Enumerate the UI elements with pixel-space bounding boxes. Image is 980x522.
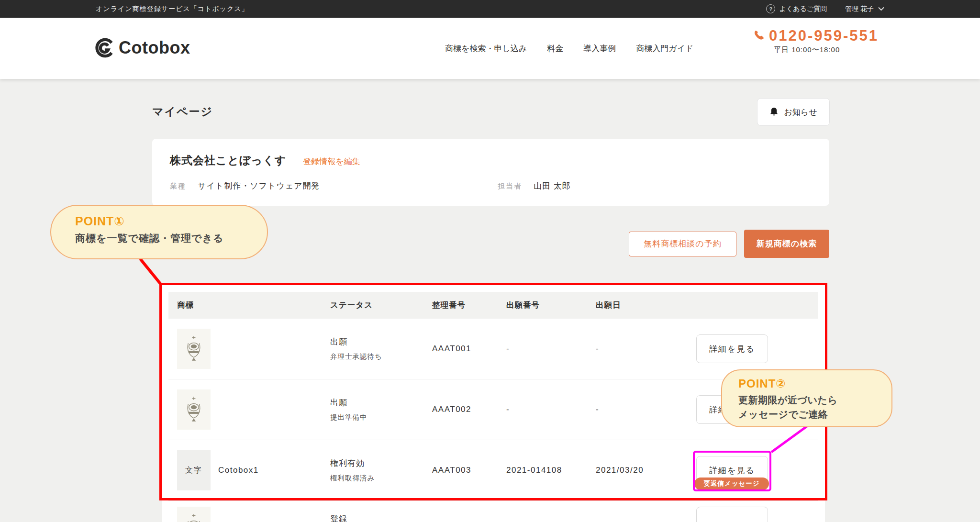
nav-item-beginner-guide[interactable]: 商標入門ガイド xyxy=(636,43,693,54)
point2-body-line2: メッセージでご連絡 xyxy=(738,407,891,422)
sub-status-text: 弁理士承認待ち xyxy=(330,352,432,361)
new-trademark-search-button[interactable]: 新規商標の検索 xyxy=(744,230,829,258)
point2-title: POINT② xyxy=(738,377,891,390)
company-card: 株式会社ことぼっくす 登録情報を編集 業種 サイト制作・ソフトウェア開発 担当者… xyxy=(152,139,829,206)
faq-link[interactable]: ? よくあるご質問 xyxy=(766,4,827,13)
status-text: 出願 xyxy=(330,336,432,347)
trademark-crest-icon xyxy=(182,334,205,364)
detail-button[interactable] xyxy=(696,507,768,522)
app-date: 2021/03/20 xyxy=(596,466,683,475)
user-menu-label: 管理 花子 xyxy=(845,5,874,13)
app-date: - xyxy=(596,405,683,414)
page-title: マイページ xyxy=(152,104,213,119)
mark-name: Cotobox1 xyxy=(218,466,259,475)
notice-button-label: お知らせ xyxy=(784,107,817,118)
app-no: - xyxy=(506,344,596,354)
table-row: 出願 弁理士承認待ち AAAT001 - - 詳細を見る xyxy=(168,319,818,379)
nav-item-case-studies[interactable]: 導入事例 xyxy=(583,43,616,54)
faq-label: よくあるご質問 xyxy=(779,5,827,13)
user-menu[interactable]: 管理 花子 xyxy=(845,5,884,13)
trademark-image xyxy=(177,507,211,522)
col-header-app-date: 出願日 xyxy=(596,300,683,311)
status-text: 登録 xyxy=(330,513,432,522)
trademark-crest-icon xyxy=(182,512,205,522)
logo-text: Cotobox xyxy=(119,38,190,58)
table-header-row: 商標 ステータス 整理番号 出願番号 出願日 xyxy=(168,292,818,319)
sub-status-text: 提出準備中 xyxy=(330,413,432,422)
chevron-down-icon xyxy=(878,7,884,11)
point1-title: POINT① xyxy=(75,214,267,228)
status-text: 出願 xyxy=(330,397,432,408)
service-name: オンライン商標登録サービス「コトボックス」 xyxy=(96,5,249,13)
site-header: Cotobox 商標を検索・申し込み 料金 導入事例 商標入門ガイド 0120-… xyxy=(0,18,980,79)
bell-icon xyxy=(769,107,779,117)
sub-status-text: 権利取得済み xyxy=(330,474,432,483)
nav-item-pricing[interactable]: 料金 xyxy=(547,43,563,54)
phone-hours: 平日 10:00〜18:00 xyxy=(774,45,879,55)
notice-button[interactable]: お知らせ xyxy=(757,98,830,126)
app-date: - xyxy=(596,344,683,354)
free-consultation-button[interactable]: 無料商標相談の予約 xyxy=(629,232,736,256)
app-no: 2021-014108 xyxy=(506,466,596,475)
col-header-ref-no: 整理番号 xyxy=(432,300,506,311)
phone-contact[interactable]: 0120-959-551 平日 10:00〜18:00 xyxy=(752,27,879,55)
phone-number: 0120-959-551 xyxy=(769,27,879,44)
point1-connector-line xyxy=(140,259,161,284)
ref-no: AAAT002 xyxy=(432,405,506,414)
logo-mark-icon xyxy=(94,38,114,58)
trademark-crest-icon xyxy=(182,395,205,424)
app-no: - xyxy=(506,405,596,414)
col-header-status: ステータス xyxy=(330,300,432,311)
help-icon: ? xyxy=(766,4,775,13)
ref-no: AAAT001 xyxy=(432,344,506,354)
logo[interactable]: Cotobox xyxy=(94,38,190,58)
edit-registration-link[interactable]: 登録情報を編集 xyxy=(303,156,360,167)
detail-button[interactable]: 詳細を見る xyxy=(696,334,768,363)
industry-value: サイト制作・ソフトウェア開発 xyxy=(198,180,320,191)
point2-bubble: POINT② 更新期限が近づいたら メッセージでご連絡 xyxy=(721,369,892,427)
manager-value: 山田 太郎 xyxy=(534,180,571,191)
point1-bubble: POINT① 商標を一覧で確認・管理できる xyxy=(50,205,268,259)
main-nav: 商標を検索・申し込み 料金 導入事例 商標入門ガイド xyxy=(445,18,693,79)
col-header-app-no: 出願番号 xyxy=(506,300,596,311)
status-text: 権利有効 xyxy=(330,458,432,469)
company-name: 株式会社ことぼっくす xyxy=(170,153,286,168)
phone-icon xyxy=(752,29,765,43)
trademark-image xyxy=(177,329,211,369)
point2-body-line1: 更新期限が近づいたら xyxy=(738,393,891,407)
ref-no: AAAT003 xyxy=(432,466,506,475)
col-header-mark: 商標 xyxy=(168,300,330,311)
industry-label: 業種 xyxy=(170,182,186,191)
reply-badge: 要返信メッセージ xyxy=(694,478,769,490)
nav-item-trademark-search[interactable]: 商標を検索・申し込み xyxy=(445,43,527,54)
trademark-image xyxy=(177,389,211,430)
mark-type-tile: 文字 xyxy=(177,450,211,490)
point1-body: 商標を一覧で確認・管理できる xyxy=(75,232,267,245)
table-row: 文字 Cotobox1 権利有効 権利取得済み AAAT003 2021-014… xyxy=(168,440,818,501)
manager-label: 担当者 xyxy=(498,182,522,191)
topbar: オンライン商標登録サービス「コトボックス」 ? よくあるご質問 管理 花子 xyxy=(0,0,980,18)
table-row: 登録 xyxy=(168,501,818,522)
